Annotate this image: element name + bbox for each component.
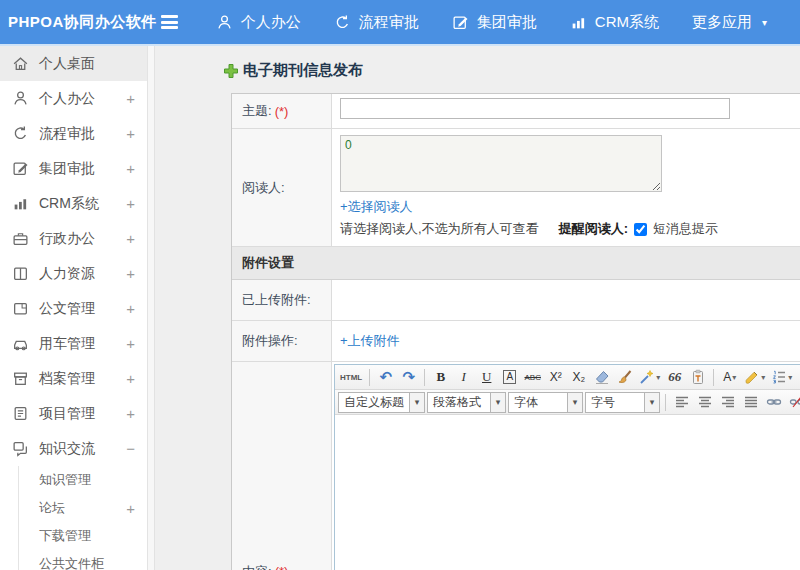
subject-row: 主题: (*) <box>232 94 800 129</box>
caret-down-icon: ▾ <box>409 393 424 412</box>
underline-button[interactable]: U <box>476 367 497 388</box>
blockquote-button[interactable]: 66 <box>664 367 685 388</box>
required-mark: (*) <box>275 104 289 119</box>
expand-plus-icon[interactable]: + <box>126 500 135 517</box>
highlight-pen-icon[interactable]: ▾ <box>742 367 767 388</box>
format-brush-icon[interactable] <box>614 367 635 388</box>
expand-plus-icon[interactable]: + <box>126 370 135 387</box>
custom-heading-select[interactable]: 自定义标题 ▾ <box>338 392 425 413</box>
caret-down-icon: ▾ <box>732 373 736 382</box>
expand-plus-icon[interactable]: + <box>126 160 135 177</box>
subscript-button[interactable]: X₂ <box>568 367 589 388</box>
paste-icon[interactable] <box>687 367 708 388</box>
required-mark: (*) <box>275 564 289 570</box>
redo-icon[interactable]: ↷ <box>398 367 419 388</box>
publish-form: 主题: (*) 阅读人: 0 +选择阅读人 请选择阅读人,不选为所有人可查看 <box>231 93 800 570</box>
add-plus-icon <box>223 63 239 79</box>
content-row: 内容: (*) HTML ↶ ↷ B I <box>232 362 800 570</box>
main-content: 电子期刊信息发布 主题: (*) 阅读人: 0 +选择阅读 <box>155 46 800 570</box>
sidebar-subitem-download-mgmt[interactable]: 下载管理 <box>19 522 147 550</box>
car-icon <box>12 335 29 352</box>
rich-text-editor: HTML ↶ ↷ B I U A ABC X² X₂ <box>334 364 800 570</box>
sidebar-item-group-approval[interactable]: 集团审批 + <box>0 151 147 186</box>
caret-down-icon: ▾ <box>567 393 582 412</box>
expand-plus-icon[interactable]: + <box>126 90 135 107</box>
sidebar-item-desktop[interactable]: 个人桌面 <box>0 46 147 81</box>
select-readers-link[interactable]: +选择阅读人 <box>340 198 800 216</box>
process-icon <box>334 14 351 31</box>
align-center-icon[interactable] <box>694 392 715 413</box>
sms-notify-label: 短消息提示 <box>653 220 718 238</box>
attachment-action-row: 附件操作: +上传附件 <box>232 321 800 362</box>
caret-down-icon: ▾ <box>762 17 767 28</box>
collapse-minus-icon[interactable]: − <box>126 440 135 457</box>
expand-plus-icon[interactable]: + <box>126 195 135 212</box>
font-size-select[interactable]: 字号 ▾ <box>585 392 660 413</box>
unordered-list-icon[interactable] <box>796 367 800 388</box>
ordered-list-icon[interactable]: ▾ <box>769 367 794 388</box>
caret-down-icon: ▾ <box>788 373 792 382</box>
superscript-button[interactable]: X² <box>545 367 566 388</box>
caret-down-icon: ▾ <box>490 393 505 412</box>
uploaded-attachments-label: 已上传附件: <box>242 291 311 309</box>
nav-more-apps[interactable]: 更多应用 ▾ <box>692 13 767 32</box>
briefcase-icon <box>12 230 29 247</box>
remind-readers-label: 提醒阅读人: <box>559 220 628 238</box>
readers-textarea[interactable]: 0 <box>340 135 662 192</box>
subject-input[interactable] <box>340 98 730 119</box>
expand-plus-icon[interactable]: + <box>126 335 135 352</box>
unlink-icon[interactable] <box>786 392 800 413</box>
strikethrough-button[interactable]: ABC <box>522 367 543 388</box>
sidebar-item-project-mgmt[interactable]: 项目管理 + <box>0 396 147 431</box>
sidebar-item-crm[interactable]: CRM系统 + <box>0 186 147 221</box>
expand-plus-icon[interactable]: + <box>126 230 135 247</box>
subject-label: 主题: <box>242 102 272 120</box>
editor-canvas[interactable] <box>335 415 800 570</box>
html-source-button[interactable]: HTML <box>338 367 364 388</box>
italic-button[interactable]: I <box>453 367 474 388</box>
book-icon <box>12 265 29 282</box>
sidebar-subitem-knowledge-mgmt[interactable]: 知识管理 <box>19 466 147 494</box>
archive-icon <box>12 370 29 387</box>
align-justify-icon[interactable] <box>740 392 761 413</box>
sidebar-item-admin-office[interactable]: 行政办公 + <box>0 221 147 256</box>
font-color-button[interactable]: A▾ <box>719 367 740 388</box>
eraser-icon[interactable] <box>591 367 612 388</box>
content-label: 内容: <box>242 563 272 570</box>
sidebar-scrollbar[interactable] <box>148 46 155 570</box>
attachment-section-header: 附件设置 <box>232 247 800 280</box>
nav-personal-office[interactable]: 个人办公 <box>216 13 301 32</box>
sidebar-subitem-forum[interactable]: 论坛 + <box>19 494 147 522</box>
expand-plus-icon[interactable]: + <box>126 125 135 142</box>
border-text-button[interactable]: A <box>503 370 516 384</box>
align-right-icon[interactable] <box>717 392 738 413</box>
sidebar-item-archive-mgmt[interactable]: 档案管理 + <box>0 361 147 396</box>
page-title: 电子期刊信息发布 <box>155 46 800 93</box>
sms-notify-checkbox[interactable] <box>634 223 647 236</box>
link-icon[interactable] <box>763 392 784 413</box>
upload-attachment-link[interactable]: +上传附件 <box>340 333 400 348</box>
sidebar-subitem-public-cabinet[interactable]: 公共文件柜 <box>19 550 147 570</box>
sidebar-item-hr[interactable]: 人力资源 + <box>0 256 147 291</box>
autoformat-wand-icon[interactable]: ▾ <box>637 367 662 388</box>
sidebar-item-document-mgmt[interactable]: 公文管理 + <box>0 291 147 326</box>
nav-process-approval[interactable]: 流程审批 <box>334 13 419 32</box>
bold-button[interactable]: B <box>430 367 451 388</box>
uploaded-attachments-row: 已上传附件: <box>232 280 800 321</box>
sidebar-item-personal-office[interactable]: 个人办公 + <box>0 81 147 116</box>
sidebar-item-knowledge-exchange[interactable]: 知识交流 − <box>0 431 147 466</box>
sidebar-item-vehicle-mgmt[interactable]: 用车管理 + <box>0 326 147 361</box>
nav-crm-system[interactable]: CRM系统 <box>570 13 659 32</box>
sidebar-item-process-approval[interactable]: 流程审批 + <box>0 116 147 151</box>
hamburger-icon[interactable] <box>161 15 178 29</box>
expand-plus-icon[interactable]: + <box>126 405 135 422</box>
undo-icon[interactable]: ↶ <box>375 367 396 388</box>
expand-plus-icon[interactable]: + <box>126 300 135 317</box>
home-icon <box>12 55 29 72</box>
font-family-select[interactable]: 字体 ▾ <box>508 392 583 413</box>
expand-plus-icon[interactable]: + <box>126 265 135 282</box>
nav-group-approval[interactable]: 集团审批 <box>452 13 537 32</box>
caret-down-icon: ▾ <box>761 373 765 382</box>
paragraph-format-select[interactable]: 段落格式 ▾ <box>427 392 506 413</box>
align-left-icon[interactable] <box>671 392 692 413</box>
